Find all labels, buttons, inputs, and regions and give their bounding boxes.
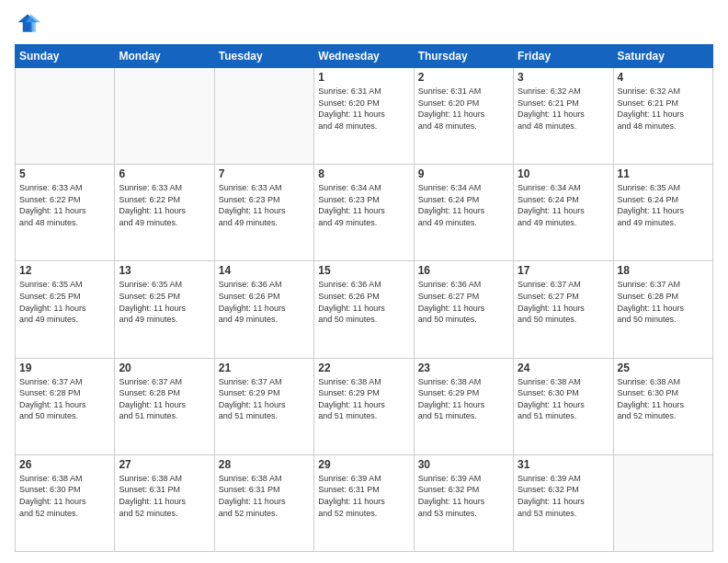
calendar-cell <box>613 454 712 551</box>
day-info: Sunrise: 6:38 AM Sunset: 6:30 PM Dayligh… <box>618 376 709 422</box>
day-info: Sunrise: 6:38 AM Sunset: 6:30 PM Dayligh… <box>518 376 609 422</box>
weekday-header-saturday: Saturday <box>613 45 712 68</box>
day-info: Sunrise: 6:36 AM Sunset: 6:26 PM Dayligh… <box>318 279 409 325</box>
day-number: 16 <box>418 264 509 277</box>
day-info: Sunrise: 6:37 AM Sunset: 6:28 PM Dayligh… <box>119 376 210 422</box>
day-info: Sunrise: 6:31 AM Sunset: 6:20 PM Dayligh… <box>418 86 509 132</box>
day-number: 27 <box>119 458 210 471</box>
weekday-header-sunday: Sunday <box>16 45 115 68</box>
day-number: 23 <box>418 362 509 374</box>
calendar-cell: 16Sunrise: 6:36 AM Sunset: 6:27 PM Dayli… <box>414 261 513 358</box>
week-row-2: 5Sunrise: 6:33 AM Sunset: 6:22 PM Daylig… <box>16 165 713 261</box>
day-number: 31 <box>518 458 609 471</box>
calendar-cell: 24Sunrise: 6:38 AM Sunset: 6:30 PM Dayli… <box>514 358 613 454</box>
calendar-cell: 7Sunrise: 6:33 AM Sunset: 6:23 PM Daylig… <box>214 165 313 261</box>
calendar-cell: 9Sunrise: 6:34 AM Sunset: 6:24 PM Daylig… <box>414 165 513 261</box>
day-number: 18 <box>618 264 709 277</box>
calendar-cell: 22Sunrise: 6:38 AM Sunset: 6:29 PM Dayli… <box>314 358 414 454</box>
day-info: Sunrise: 6:33 AM Sunset: 6:22 PM Dayligh… <box>19 182 110 228</box>
day-info: Sunrise: 6:38 AM Sunset: 6:29 PM Dayligh… <box>418 376 509 422</box>
day-info: Sunrise: 6:37 AM Sunset: 6:28 PM Dayligh… <box>19 376 110 422</box>
week-row-4: 19Sunrise: 6:37 AM Sunset: 6:28 PM Dayli… <box>16 358 713 454</box>
day-info: Sunrise: 6:32 AM Sunset: 6:21 PM Dayligh… <box>618 86 709 132</box>
weekday-header-monday: Monday <box>115 45 214 68</box>
day-info: Sunrise: 6:36 AM Sunset: 6:27 PM Dayligh… <box>418 279 509 325</box>
day-number: 20 <box>119 362 210 374</box>
day-info: Sunrise: 6:39 AM Sunset: 6:31 PM Dayligh… <box>318 473 409 519</box>
day-info: Sunrise: 6:34 AM Sunset: 6:24 PM Dayligh… <box>418 182 509 228</box>
calendar-cell: 18Sunrise: 6:37 AM Sunset: 6:28 PM Dayli… <box>613 261 712 358</box>
calendar-cell: 29Sunrise: 6:39 AM Sunset: 6:31 PM Dayli… <box>314 454 414 551</box>
logo-icon <box>15 11 40 37</box>
calendar-cell: 21Sunrise: 6:37 AM Sunset: 6:29 PM Dayli… <box>214 358 313 454</box>
calendar-cell: 27Sunrise: 6:38 AM Sunset: 6:31 PM Dayli… <box>115 454 214 551</box>
day-info: Sunrise: 6:36 AM Sunset: 6:26 PM Dayligh… <box>219 279 310 325</box>
day-info: Sunrise: 6:33 AM Sunset: 6:23 PM Dayligh… <box>219 182 310 228</box>
week-row-3: 12Sunrise: 6:35 AM Sunset: 6:25 PM Dayli… <box>16 261 713 358</box>
calendar-cell: 26Sunrise: 6:38 AM Sunset: 6:30 PM Dayli… <box>16 454 115 551</box>
day-number: 26 <box>19 458 110 471</box>
calendar-cell: 30Sunrise: 6:39 AM Sunset: 6:32 PM Dayli… <box>414 454 513 551</box>
calendar-cell: 20Sunrise: 6:37 AM Sunset: 6:28 PM Dayli… <box>115 358 214 454</box>
weekday-header-friday: Friday <box>514 45 613 68</box>
calendar-table: SundayMondayTuesdayWednesdayThursdayFrid… <box>15 44 713 552</box>
calendar-cell: 12Sunrise: 6:35 AM Sunset: 6:25 PM Dayli… <box>16 261 115 358</box>
calendar-cell: 23Sunrise: 6:38 AM Sunset: 6:29 PM Dayli… <box>414 358 513 454</box>
day-number: 7 <box>219 167 310 180</box>
day-info: Sunrise: 6:32 AM Sunset: 6:21 PM Dayligh… <box>518 86 609 132</box>
day-number: 1 <box>318 71 409 84</box>
day-info: Sunrise: 6:33 AM Sunset: 6:22 PM Dayligh… <box>119 182 210 228</box>
day-info: Sunrise: 6:38 AM Sunset: 6:31 PM Dayligh… <box>219 473 310 519</box>
calendar-cell: 5Sunrise: 6:33 AM Sunset: 6:22 PM Daylig… <box>16 165 115 261</box>
calendar-cell: 3Sunrise: 6:32 AM Sunset: 6:21 PM Daylig… <box>514 68 613 165</box>
day-number: 25 <box>618 362 709 374</box>
day-number: 12 <box>19 264 110 277</box>
calendar-cell: 19Sunrise: 6:37 AM Sunset: 6:28 PM Dayli… <box>16 358 115 454</box>
day-number: 4 <box>618 71 709 84</box>
day-number: 13 <box>119 264 210 277</box>
day-number: 6 <box>119 167 210 180</box>
day-number: 8 <box>318 167 409 180</box>
header <box>15 11 713 37</box>
calendar-cell: 8Sunrise: 6:34 AM Sunset: 6:23 PM Daylig… <box>314 165 414 261</box>
day-info: Sunrise: 6:34 AM Sunset: 6:24 PM Dayligh… <box>518 182 609 228</box>
calendar-cell: 11Sunrise: 6:35 AM Sunset: 6:24 PM Dayli… <box>613 165 712 261</box>
day-number: 14 <box>219 264 310 277</box>
calendar-cell: 13Sunrise: 6:35 AM Sunset: 6:25 PM Dayli… <box>115 261 214 358</box>
logo <box>15 11 44 37</box>
calendar-cell: 28Sunrise: 6:38 AM Sunset: 6:31 PM Dayli… <box>214 454 313 551</box>
weekday-header-wednesday: Wednesday <box>314 45 414 68</box>
day-number: 3 <box>518 71 609 84</box>
day-number: 11 <box>618 167 709 180</box>
calendar-cell: 6Sunrise: 6:33 AM Sunset: 6:22 PM Daylig… <box>115 165 214 261</box>
calendar-cell: 31Sunrise: 6:39 AM Sunset: 6:32 PM Dayli… <box>514 454 613 551</box>
calendar-cell: 14Sunrise: 6:36 AM Sunset: 6:26 PM Dayli… <box>214 261 313 358</box>
day-number: 5 <box>19 167 110 180</box>
weekday-header-row: SundayMondayTuesdayWednesdayThursdayFrid… <box>16 45 713 68</box>
calendar-cell: 25Sunrise: 6:38 AM Sunset: 6:30 PM Dayli… <box>613 358 712 454</box>
day-info: Sunrise: 6:38 AM Sunset: 6:29 PM Dayligh… <box>318 376 409 422</box>
day-number: 10 <box>518 167 609 180</box>
calendar-cell <box>16 68 115 165</box>
day-info: Sunrise: 6:31 AM Sunset: 6:20 PM Dayligh… <box>318 86 409 132</box>
day-number: 28 <box>219 458 310 471</box>
day-info: Sunrise: 6:39 AM Sunset: 6:32 PM Dayligh… <box>518 473 609 519</box>
day-number: 19 <box>19 362 110 374</box>
day-number: 17 <box>518 264 609 277</box>
calendar-cell <box>214 68 313 165</box>
calendar-cell: 15Sunrise: 6:36 AM Sunset: 6:26 PM Dayli… <box>314 261 414 358</box>
weekday-header-thursday: Thursday <box>414 45 513 68</box>
day-number: 9 <box>418 167 509 180</box>
day-number: 2 <box>418 71 509 84</box>
calendar-cell: 2Sunrise: 6:31 AM Sunset: 6:20 PM Daylig… <box>414 68 513 165</box>
page: SundayMondayTuesdayWednesdayThursdayFrid… <box>0 0 728 563</box>
calendar-cell: 10Sunrise: 6:34 AM Sunset: 6:24 PM Dayli… <box>514 165 613 261</box>
day-info: Sunrise: 6:35 AM Sunset: 6:25 PM Dayligh… <box>19 279 110 325</box>
day-number: 29 <box>318 458 409 471</box>
day-number: 24 <box>518 362 609 374</box>
day-info: Sunrise: 6:37 AM Sunset: 6:28 PM Dayligh… <box>618 279 709 325</box>
calendar-cell <box>115 68 214 165</box>
week-row-1: 1Sunrise: 6:31 AM Sunset: 6:20 PM Daylig… <box>16 68 713 165</box>
day-number: 15 <box>318 264 409 277</box>
day-info: Sunrise: 6:34 AM Sunset: 6:23 PM Dayligh… <box>318 182 409 228</box>
